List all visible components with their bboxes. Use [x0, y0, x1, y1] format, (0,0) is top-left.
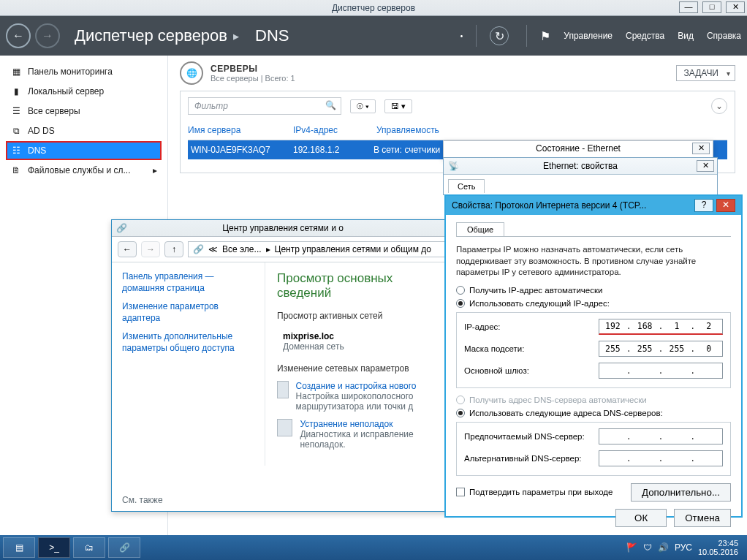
radio-static-dns[interactable]: Использовать следующие адреса DNS-сервер… — [456, 409, 731, 417]
tray-shield-icon[interactable]: 🛡 — [643, 542, 652, 553]
sidebar-item-label: AD DS — [28, 126, 55, 136]
task-powershell[interactable]: >_ — [38, 537, 70, 558]
flag-icon[interactable]: ⚑ — [540, 29, 550, 43]
sidebar-item-dashboard[interactable]: ▦ Панель мониторинга — [6, 62, 162, 81]
network-center-window: 🔗 Центр управления сетями и о ← → ↑ 🔗 ≪ … — [111, 219, 455, 512]
maximize-button[interactable]: □ — [702, 1, 721, 13]
expand-button[interactable]: ⌄ — [711, 98, 727, 114]
input-subnet-mask[interactable]: 255. 255. 255. 0 — [599, 341, 723, 357]
nc-domain-sub: Доменная сеть — [283, 341, 442, 352]
chevron-down-icon: ▾ — [727, 69, 730, 77]
col-ip[interactable]: IPv4-адрес — [293, 125, 359, 135]
nc-right-pane: Просмотр основных сведений Просмотр акти… — [265, 262, 454, 466]
nc-back-button[interactable]: ← — [118, 241, 137, 257]
nc-link-adapter[interactable]: Изменение параметров адаптера — [122, 301, 254, 324]
tray-sound-icon[interactable]: 🔊 — [658, 542, 669, 553]
nc-forward-button[interactable]: → — [141, 241, 160, 257]
radio-icon — [456, 299, 465, 308]
servers-subtitle: Все серверы | Всего: 1 — [211, 74, 295, 83]
refresh-icon[interactable]: ↻ — [490, 26, 509, 45]
minimize-button[interactable]: — — [679, 1, 698, 13]
servers-icon: ☰ — [10, 106, 22, 116]
sidebar-item-label: Все серверы — [28, 106, 80, 116]
advanced-button[interactable]: Дополнительно... — [631, 483, 731, 502]
menu-tools[interactable]: Средства — [626, 31, 664, 41]
sidebar-item-label: Панель мониторинга — [28, 67, 113, 77]
label-mask: Маска подсети: — [464, 344, 588, 353]
forward-button[interactable]: → — [35, 23, 60, 48]
task-network-center[interactable]: 🔗 — [108, 537, 140, 558]
sidebar-item-file-services[interactable]: 🗎 Файловые службы и сл... ▸ — [6, 161, 162, 180]
nc-task1-link[interactable]: Создание и настройка нового — [296, 381, 417, 391]
ok-button[interactable]: ОК — [615, 509, 667, 527]
dns-icon: ☷ — [10, 145, 22, 156]
radio-icon — [456, 396, 465, 404]
nc-task1-icon — [277, 381, 289, 398]
help-button[interactable]: ? — [694, 199, 713, 212]
input-dns-alternate[interactable]: . . . — [599, 450, 723, 466]
nc-up-button[interactable]: ↑ — [164, 241, 183, 257]
globe-icon: 🌐 — [180, 61, 203, 85]
eth-tab-network[interactable]: Сеть — [448, 179, 485, 193]
radio-static-ip[interactable]: Использовать следующий IP-адрес: — [456, 299, 731, 308]
nc-task1-sub: Настройка широкополосного маршрутизатора… — [296, 391, 442, 412]
nc-addr-icon: 🔗 — [193, 244, 204, 254]
input-dns-preferred[interactable]: . . . — [599, 428, 723, 444]
eth-titlebar: 📡 Ethernet: свойства ✕ — [444, 158, 717, 175]
sidebar-item-label: Локальный сервер — [28, 86, 104, 97]
input-ip-address[interactable]: 192. 168. 1. 2 — [599, 319, 723, 335]
nc-task2-icon — [277, 419, 292, 436]
tray-lang[interactable]: РУС — [675, 542, 692, 553]
topbar: ← → Диспетчер серверов ▸ DNS • ↻ ⚑ Управ… — [0, 16, 747, 56]
tcpip-close-button[interactable]: ✕ — [716, 199, 735, 212]
breadcrumb-current: DNS — [255, 26, 289, 45]
server-table-header: Имя сервера IPv4-адрес Управляемость — [188, 125, 727, 140]
nc-link-sharing[interactable]: Изменить дополнительные параметры общего… — [122, 331, 254, 354]
breadcrumb-root[interactable]: Диспетчер серверов — [75, 26, 227, 45]
label-ip: IP-адрес: — [464, 322, 588, 331]
adds-icon: ⧉ — [10, 126, 22, 136]
servers-title: СЕРВЕРЫ — [211, 64, 295, 74]
radio-auto-ip[interactable]: Получить IP-адрес автоматически — [456, 286, 731, 295]
nc-address-bar[interactable]: 🔗 ≪ Все эле... ▸ Центр управления сетями… — [188, 241, 448, 257]
dashboard-icon: ▦ — [10, 67, 22, 77]
back-button[interactable]: ← — [6, 23, 31, 48]
nc-task2-sub: Диагностика и исправление неполадок. — [300, 429, 442, 450]
label-dns2: Альтернативный DNS-сервер: — [464, 454, 588, 463]
tasks-dropdown[interactable]: ЗАДАЧИ▾ — [676, 65, 735, 81]
radio-auto-dns: Получить адрес DNS-сервера автоматически — [456, 396, 731, 404]
task-explorer[interactable]: 🗂 — [73, 537, 105, 558]
tray-flag-icon[interactable]: 🚩 — [626, 542, 637, 553]
menu-help[interactable]: Справка — [707, 31, 741, 41]
filter-input[interactable]: Фильтр 🔍 — [188, 97, 341, 115]
input-gateway[interactable]: . . . — [599, 363, 723, 379]
sidebar-item-local-server[interactable]: ▮ Локальный сервер — [6, 82, 162, 101]
nc-link-home[interactable]: Панель управления — домашняя страница — [122, 271, 254, 294]
menu-view[interactable]: Вид — [678, 31, 694, 41]
close-button[interactable]: ✕ — [726, 1, 745, 13]
filter-pill-2[interactable]: 🖫 ▾ — [384, 99, 412, 113]
tcpip-description: Параметры IP можно назначать автоматичес… — [456, 244, 731, 279]
checkbox-validate[interactable]: Подтвердить параметры при выходе — [456, 488, 613, 496]
menu-manage[interactable]: Управление — [564, 31, 613, 41]
task-server-manager[interactable]: ▤ — [3, 537, 35, 558]
label-dns1: Предпочитаемый DNS-сервер: — [464, 432, 588, 441]
nc-task2-link[interactable]: Устранение неполадок — [300, 419, 393, 429]
sidebar-item-all-servers[interactable]: ☰ Все серверы — [6, 102, 162, 121]
eth-close-button[interactable]: ✕ — [697, 160, 714, 172]
nc-left-pane: Панель управления — домашняя страница Из… — [112, 262, 265, 466]
tcpip-tab-general[interactable]: Общие — [456, 222, 504, 236]
sidebar-item-dns[interactable]: ☷ DNS — [6, 141, 162, 160]
sidebar-item-label: Файловые службы и сл... — [28, 165, 131, 175]
ethernet-status-window: Состояние - Ethernet ✕ — [443, 140, 713, 158]
status-close-button[interactable]: ✕ — [692, 143, 710, 154]
sidebar-item-adds[interactable]: ⧉ AD DS — [6, 121, 162, 140]
col-manageability[interactable]: Управляемость — [376, 125, 439, 135]
filter-pill-1[interactable]: ⦾ ▾ — [350, 99, 376, 113]
cancel-button[interactable]: Отмена — [674, 509, 731, 527]
nc-domain: mixprise.loc — [283, 331, 442, 341]
breadcrumb-separator-icon: ▸ — [233, 29, 239, 43]
nc-heading: Просмотр основных сведений — [277, 271, 442, 300]
col-name[interactable]: Имя сервера — [188, 125, 276, 135]
tray-clock[interactable]: 23:45 10.05.2016 — [698, 539, 738, 556]
